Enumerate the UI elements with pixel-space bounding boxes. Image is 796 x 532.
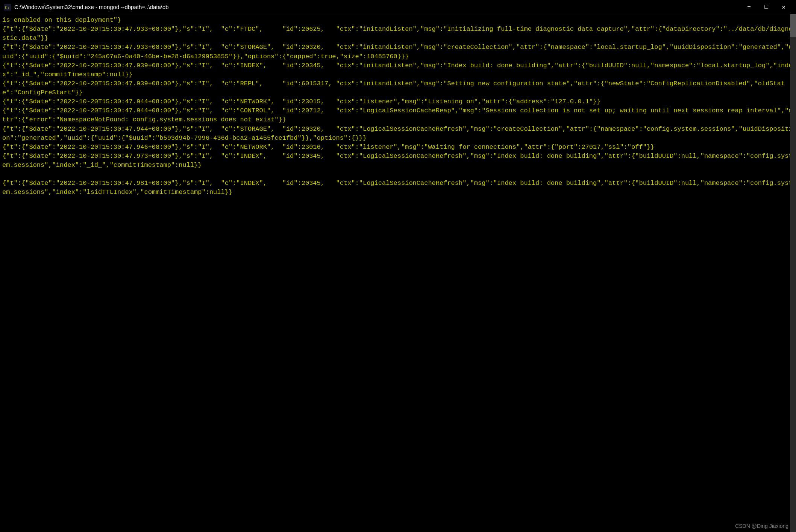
console-area: is enabled on this deployment"} {"t":{"$… [0, 14, 796, 532]
scrollbar[interactable] [790, 14, 796, 532]
scrollbar-thumb[interactable] [790, 14, 796, 37]
window-title: C:\Windows\System32\cmd.exe - mongod --d… [14, 4, 740, 10]
watermark: CSDN @Ding Jiaxiong [735, 523, 788, 529]
cmd-icon: C: [4, 3, 11, 11]
window-controls: − □ ✕ [740, 0, 792, 14]
maximize-button[interactable]: □ [758, 0, 775, 14]
cmd-window: C: C:\Windows\System32\cmd.exe - mongod … [0, 0, 796, 532]
console-output: is enabled on this deployment"} {"t":{"$… [2, 16, 794, 197]
svg-text:C:: C: [5, 5, 10, 10]
minimize-button[interactable]: − [740, 0, 758, 14]
title-bar: C: C:\Windows\System32\cmd.exe - mongod … [0, 0, 796, 14]
close-button[interactable]: ✕ [775, 0, 792, 14]
